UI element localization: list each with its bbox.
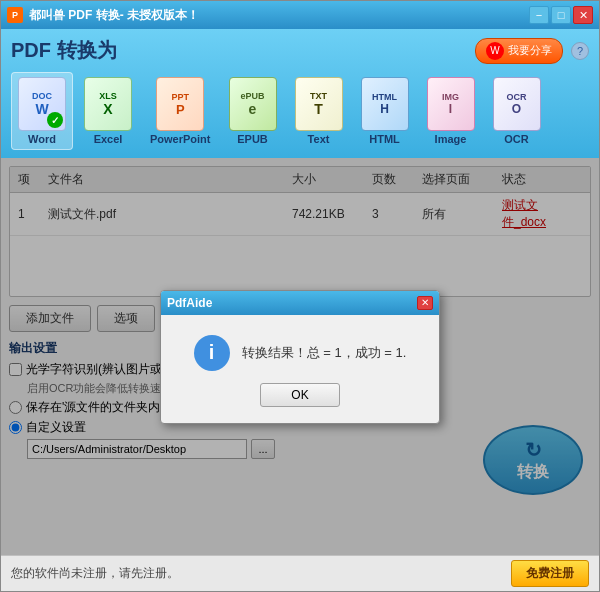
share-button[interactable]: W 我要分享: [475, 38, 563, 64]
epub-label: EPUB: [237, 133, 268, 145]
format-text[interactable]: TXT T Text: [288, 72, 350, 150]
ocr-icon-inner: O: [512, 102, 521, 116]
ocr-icon-box: OCR O: [493, 77, 541, 131]
format-html[interactable]: HTML H HTML: [354, 72, 416, 150]
ocr-label: OCR: [504, 133, 528, 145]
image-label: Image: [435, 133, 467, 145]
html-icon-box: HTML H: [361, 77, 409, 131]
header-top: PDF 转换为 W 我要分享 ?: [11, 37, 589, 64]
excel-icon-box: XLS X: [84, 77, 132, 131]
excel-icon-inner: X: [103, 101, 112, 117]
word-label: Word: [28, 133, 56, 145]
app-icon: P: [7, 7, 23, 23]
epub-icon-box: ePUB e: [229, 77, 277, 131]
dialog-body: i 转换结果！总 = 1，成功 = 1. OK: [161, 315, 439, 423]
dialog-window: PdfAide ✕ i 转换结果！总 = 1，成功 = 1. OK: [160, 290, 440, 424]
minimize-button[interactable]: −: [529, 6, 549, 24]
format-icons-row: DOC W ✓ Word XLS X Excel: [11, 72, 589, 150]
text-label: Text: [308, 133, 330, 145]
modal-overlay: PdfAide ✕ i 转换结果！总 = 1，成功 = 1. OK: [1, 158, 599, 555]
header: PDF 转换为 W 我要分享 ? DOC W ✓ Wo: [1, 29, 599, 158]
help-button[interactable]: ?: [571, 42, 589, 60]
txt-icon-inner: T: [314, 101, 323, 117]
dialog-ok-button[interactable]: OK: [260, 383, 339, 407]
html-icon-inner: H: [380, 102, 389, 116]
footer: 您的软件尚未注册，请先注册。 免费注册: [1, 555, 599, 591]
maximize-button[interactable]: □: [551, 6, 571, 24]
ppt-icon-inner: P: [176, 102, 185, 117]
excel-label: Excel: [94, 133, 123, 145]
info-icon: i: [194, 335, 230, 371]
dialog-title: PdfAide: [167, 296, 212, 310]
dialog-message: 转换结果！总 = 1，成功 = 1.: [242, 344, 407, 362]
word-icon-box: DOC W ✓: [18, 77, 66, 131]
weibo-icon: W: [486, 42, 504, 60]
epub-icon-inner: e: [249, 101, 257, 117]
ppt-icon-box: PPT P: [156, 77, 204, 131]
check-badge: ✓: [47, 112, 63, 128]
ppt-label: PowerPoint: [150, 133, 211, 145]
pdf-title: PDF 转换为: [11, 37, 117, 64]
footer-message: 您的软件尚未注册，请先注册。: [11, 565, 179, 582]
txt-icon-box: TXT T: [295, 77, 343, 131]
format-ppt[interactable]: PPT P PowerPoint: [143, 72, 218, 150]
share-label: 我要分享: [508, 43, 552, 58]
img-icon-box: IMG I: [427, 77, 475, 131]
format-image[interactable]: IMG I Image: [420, 72, 482, 150]
titlebar: P 都叫兽 PDF 转换- 未授权版本！ − □ ✕: [1, 1, 599, 29]
titlebar-left: P 都叫兽 PDF 转换- 未授权版本！: [7, 7, 199, 24]
window-title: 都叫兽 PDF 转换- 未授权版本！: [29, 7, 199, 24]
word-icon-inner: W: [35, 101, 48, 117]
main-window: P 都叫兽 PDF 转换- 未授权版本！ − □ ✕ PDF 转换为 W 我要分…: [0, 0, 600, 592]
dialog-titlebar: PdfAide ✕: [161, 291, 439, 315]
close-button[interactable]: ✕: [573, 6, 593, 24]
format-excel[interactable]: XLS X Excel: [77, 72, 139, 150]
register-button[interactable]: 免费注册: [511, 560, 589, 587]
window-controls: − □ ✕: [529, 6, 593, 24]
format-epub[interactable]: ePUB e EPUB: [222, 72, 284, 150]
format-ocr[interactable]: OCR O OCR: [486, 72, 548, 150]
dialog-info-row: i 转换结果！总 = 1，成功 = 1.: [194, 335, 407, 371]
img-icon-inner: I: [449, 102, 452, 116]
html-label: HTML: [369, 133, 400, 145]
format-word[interactable]: DOC W ✓ Word: [11, 72, 73, 150]
dialog-close-button[interactable]: ✕: [417, 296, 433, 310]
main-content: 项 文件名 大小 页数 选择页面 状态 1 测试文件.pdf 742.21KB …: [1, 158, 599, 555]
